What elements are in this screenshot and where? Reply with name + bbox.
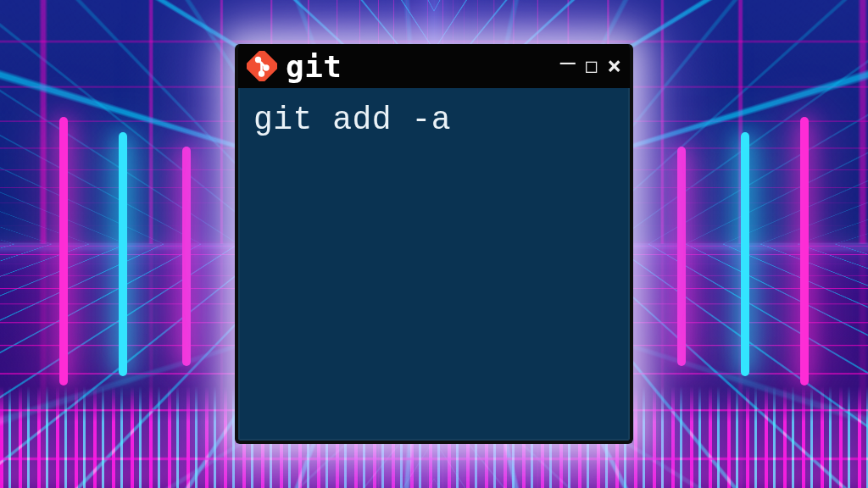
terminal-command-line: git add -a [253,100,615,141]
window-title: git [286,49,342,84]
close-button[interactable]: × [607,54,621,78]
maximize-button[interactable]: □ [586,57,597,75]
svg-point-4 [264,66,269,70]
neon-pillar [800,117,809,385]
desktop-wallpaper: git – □ × git add -a [0,0,868,488]
minimize-button[interactable]: – [560,49,576,75]
svg-point-5 [259,72,264,76]
title-left-group: git [247,49,342,84]
neon-pillar [59,117,68,385]
window-titlebar[interactable]: git – □ × [238,44,630,88]
terminal-body[interactable]: git add -a [238,88,630,152]
git-icon [247,51,277,81]
window-controls: – □ × [560,53,621,79]
svg-point-3 [256,58,260,62]
terminal-window[interactable]: git – □ × git add -a [235,44,633,444]
